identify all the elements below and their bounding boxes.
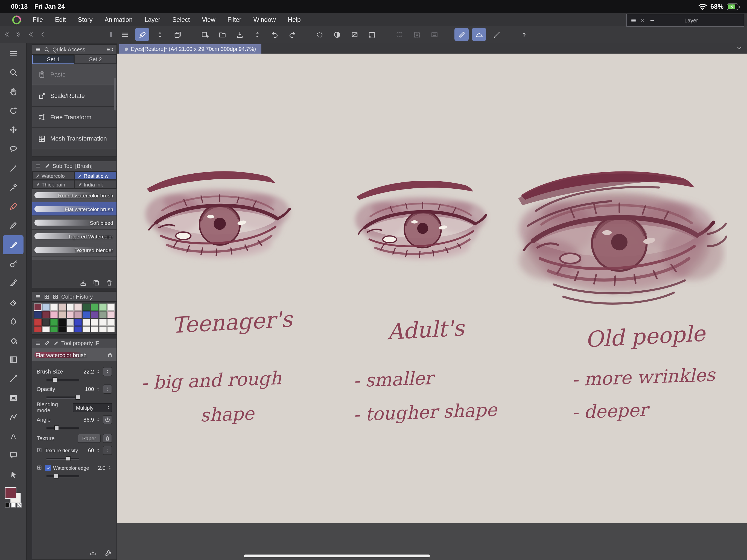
quick-access-item[interactable]: Mesh Transformation [32,128,117,149]
hand-tool[interactable] [3,82,24,101]
edit-in-app-button[interactable] [135,28,149,41]
opacity-slider[interactable] [47,394,79,400]
brush-tool[interactable] [3,235,24,254]
color-swatch[interactable] [107,311,115,318]
color-swatch[interactable] [34,304,42,311]
panel-back-icon[interactable] [40,31,46,38]
foreground-color-chip[interactable] [5,487,17,499]
quick-access-toggle-icon[interactable] [107,46,114,53]
layer-palette-close-icon[interactable] [640,17,646,23]
watercolor-edge-checkbox[interactable] [45,465,51,471]
menu-animation[interactable]: Animation [98,17,138,23]
color-swatch[interactable] [67,327,74,332]
color-swatch[interactable] [91,311,99,318]
layer-palette-menu-icon[interactable] [630,17,637,23]
color-swatch[interactable] [83,311,91,318]
brush-size-value[interactable]: 22.2 [83,368,94,375]
color-swatch[interactable] [107,304,115,311]
frame-border-tool[interactable] [3,388,24,407]
quick-access-item[interactable]: Scale/Rotate [32,85,117,107]
angle-value[interactable]: 86.9 [83,417,94,423]
undo-button[interactable] [267,28,282,41]
color-swatch[interactable] [91,319,99,326]
tool-switcher-button[interactable] [153,28,167,41]
color-swatch[interactable] [58,304,66,311]
sub-tool-header[interactable]: Sub Tool [Brush] [32,161,117,171]
selection-launcher-button[interactable] [427,28,441,41]
panel-collapse-icon[interactable] [27,31,34,38]
display-color-button[interactable] [330,28,344,41]
menu-story[interactable]: Story [72,17,99,23]
selection-tool[interactable] [3,139,24,159]
color-swatch[interactable] [42,304,50,311]
brush-list-item[interactable]: Tapered Watercolor [32,230,117,244]
panel-menu-icon[interactable] [35,163,41,169]
color-history-header[interactable]: Color History [32,292,117,302]
default-color-chips[interactable] [5,503,22,508]
tab-set-1[interactable]: Set 1 [32,55,74,64]
watercolor-edge-value[interactable]: 2.0 [98,465,106,471]
app-logo-icon[interactable] [0,15,27,24]
dock-collapse-left-icon[interactable] [3,31,10,38]
color-swatch[interactable] [42,319,50,326]
eyedropper-tool[interactable] [3,178,24,197]
palette-dock-menu[interactable] [3,44,24,63]
color-swatch[interactable] [91,327,99,332]
decoration-tool[interactable] [3,274,24,292]
gradient-tool[interactable] [3,350,24,369]
color-swatch[interactable] [42,311,50,318]
register-settings-icon[interactable] [89,549,97,557]
brush-size-options-button[interactable] [103,367,112,376]
texture-density-slider[interactable] [47,456,79,461]
angle-slider[interactable] [47,425,79,430]
airbrush-tool[interactable] [3,254,24,274]
opacity-options-button[interactable] [103,384,112,394]
main-menu-button[interactable] [118,28,132,41]
texture-density-options-button[interactable] [103,446,112,455]
watercolor-edge-stepper[interactable] [107,465,112,470]
color-swatch[interactable] [58,327,66,332]
color-chips[interactable] [3,486,23,509]
dock-expand-icon[interactable] [15,31,22,38]
duplicate-sub-tool-icon[interactable] [93,279,100,286]
watercolor-edge-slider[interactable] [47,473,79,479]
color-swatch[interactable] [75,319,82,326]
tool-property-header[interactable]: Tool property [F [32,338,117,348]
color-swatch[interactable] [34,327,42,332]
pencil-tool[interactable] [3,216,24,235]
menu-select[interactable]: Select [166,17,196,23]
auto-select-tool[interactable] [3,159,24,178]
color-swatch[interactable] [42,327,50,332]
brush-list-item[interactable]: Soft bleed [32,216,117,230]
color-swatch[interactable] [50,327,58,332]
menu-view[interactable]: View [196,17,221,23]
texture-density-expand-icon[interactable] [36,447,43,453]
color-swatch[interactable] [83,319,91,326]
menu-help[interactable]: Help [282,17,307,23]
color-swatch[interactable] [75,311,82,318]
export-button[interactable] [232,28,247,41]
color-swatch[interactable] [107,327,115,332]
transform-button[interactable] [365,28,379,41]
brush-size-slider[interactable] [47,377,79,382]
brush-list-item[interactable]: Textured blender [32,244,117,257]
move-layer-tool[interactable] [3,120,24,139]
sub-tool-group-tab[interactable]: Watercolo [32,171,74,180]
blend-tool[interactable] [3,312,24,331]
color-swatch[interactable] [75,327,82,332]
import-sub-tool-icon[interactable] [79,279,87,286]
tab-list-chevron-icon[interactable] [736,45,743,51]
sub-tool-group-tab[interactable]: Thick pain [32,180,74,189]
opacity-stepper[interactable] [96,387,101,391]
menu-layer[interactable]: Layer [138,17,166,23]
angle-dial-button[interactable] [103,415,112,424]
color-swatch[interactable] [50,304,58,311]
balloon-tool[interactable] [3,446,24,465]
panel-menu-icon[interactable] [35,294,41,300]
pen-tool[interactable] [3,197,24,216]
menu-filter[interactable]: Filter [222,17,248,23]
sub-tool-group-tab[interactable]: India ink [74,180,117,189]
color-history-icon[interactable] [52,294,58,300]
fill-tool[interactable] [3,331,24,350]
sub-tool-group-tab[interactable]: Realistic w [74,171,117,180]
